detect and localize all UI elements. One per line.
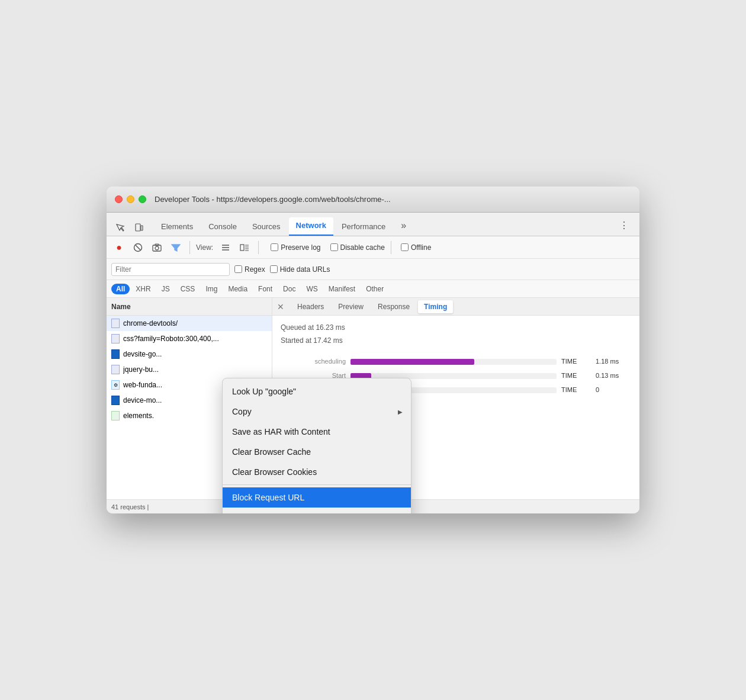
requests-count: 41 requests | — [111, 503, 149, 510]
row-name-5: device-mo... — [123, 396, 162, 404]
scheduling-track — [351, 359, 557, 365]
tab-icons — [112, 220, 147, 236]
type-filter-bar: AllXHRJSCSSImgMediaFontDocWSManifestOthe… — [107, 280, 639, 298]
type-filter-doc[interactable]: Doc — [278, 284, 300, 294]
type-filter-css[interactable]: CSS — [176, 284, 200, 294]
list-view-button[interactable] — [218, 240, 233, 255]
filter-icon[interactable] — [168, 240, 184, 255]
row-icon-0 — [111, 319, 120, 328]
hide-data-urls-checkbox[interactable] — [270, 265, 278, 273]
scheduling-value: 1.18 ms — [596, 356, 625, 368]
preserve-log-checkbox[interactable] — [271, 243, 278, 251]
type-filter-font[interactable]: Font — [253, 284, 277, 294]
record-button[interactable]: ● — [111, 240, 127, 255]
type-filter-other[interactable]: Other — [361, 284, 388, 294]
row-name-3: jquery-bu... — [123, 365, 159, 374]
timing-info: Queued at 16.23 ms Started at 17.42 ms — [281, 322, 631, 347]
tab-network[interactable]: Network — [289, 217, 333, 236]
type-filter-all[interactable]: All — [111, 284, 130, 294]
network-row-2[interactable]: devsite-go... — [107, 346, 272, 362]
ctx-separator-1 — [223, 484, 411, 485]
close-detail-button[interactable]: ✕ — [277, 302, 284, 312]
row-icon-2 — [111, 349, 120, 359]
group-view-button[interactable] — [237, 240, 252, 255]
tab-performance[interactable]: Performance — [335, 219, 393, 236]
type-filter-manifest[interactable]: Manifest — [324, 284, 360, 294]
inspect-icon[interactable] — [112, 220, 128, 236]
tab-elements[interactable]: Elements — [154, 219, 200, 236]
ctx-lookup[interactable]: Look Up "google" — [223, 381, 411, 402]
network-row-1[interactable]: css?family=Roboto:300,400,... — [107, 331, 272, 346]
detail-header: ✕ Headers Preview Response Timing — [272, 298, 639, 316]
divider-1 — [189, 241, 190, 254]
content-area: Name chrome-devtools/ css?family=Roboto:… — [107, 298, 639, 499]
queued-at: Queued at 16.23 ms — [281, 322, 631, 335]
tab-console[interactable]: Console — [201, 219, 244, 236]
traffic-lights — [115, 195, 146, 203]
controls-bar: ● View: — [107, 236, 639, 259]
stalled-time-label: TIME — [561, 370, 591, 382]
offline-label[interactable]: Offline — [401, 243, 431, 252]
context-menu: Look Up "google" Copy Save as HAR with C… — [222, 378, 411, 513]
disable-cache-checkbox[interactable] — [330, 243, 338, 251]
svg-rect-6 — [155, 244, 159, 246]
row-icon-4: ⚙ — [111, 380, 120, 390]
row-name-6: elements. — [123, 412, 154, 420]
ctx-block-url[interactable]: Block Request URL — [223, 487, 411, 508]
row-icon-6 — [111, 411, 120, 420]
ctx-clear-cache[interactable]: Clear Browser Cache — [223, 442, 411, 462]
row-icon-1 — [111, 334, 120, 343]
name-column-header: Name — [107, 298, 272, 316]
scheduling-fill — [351, 359, 474, 365]
divider-2 — [258, 241, 259, 254]
row-name-4: web-funda... — [123, 381, 162, 389]
minimize-button[interactable] — [127, 195, 134, 203]
row-name-2: devsite-go... — [123, 350, 162, 358]
regex-checkbox[interactable] — [234, 265, 242, 273]
svg-rect-10 — [240, 245, 244, 251]
tabs-bar: Elements Console Sources Network Perform… — [107, 213, 639, 236]
device-icon[interactable] — [131, 220, 147, 236]
detail-tab-timing[interactable]: Timing — [418, 300, 453, 313]
divider-3 — [391, 241, 391, 254]
started-at: Started at 17.42 ms — [281, 335, 631, 348]
type-filter-img[interactable]: Img — [201, 284, 222, 294]
response-time-label: TIME — [561, 384, 591, 396]
detail-tab-response[interactable]: Response — [372, 300, 416, 313]
ctx-copy-arrow[interactable]: Copy — [223, 402, 411, 422]
row-icon-5 — [111, 396, 120, 405]
disable-cache-label[interactable]: Disable cache — [330, 243, 385, 252]
preserve-log-label[interactable]: Preserve log — [271, 243, 320, 252]
filter-input[interactable] — [111, 263, 230, 276]
regex-label[interactable]: Regex — [234, 265, 265, 274]
maximize-button[interactable] — [139, 195, 146, 203]
scheduling-time-label: TIME — [561, 356, 591, 368]
more-tabs-button[interactable]: » — [396, 217, 411, 236]
clear-button[interactable] — [130, 240, 146, 255]
window-title: Developer Tools - https://developers.goo… — [155, 195, 631, 204]
svg-rect-0 — [136, 224, 140, 231]
scheduling-label: scheduling — [287, 356, 346, 368]
type-filter-ws[interactable]: WS — [301, 284, 322, 294]
ctx-save-har[interactable]: Save as HAR with Content — [223, 422, 411, 442]
tab-sources[interactable]: Sources — [245, 219, 288, 236]
type-filter-js[interactable]: JS — [157, 284, 175, 294]
row-icon-3 — [111, 365, 120, 374]
row-name-1: css?family=Roboto:300,400,... — [123, 335, 219, 343]
detail-tab-headers[interactable]: Headers — [291, 300, 330, 313]
network-row-3[interactable]: jquery-bu... — [107, 362, 272, 377]
ctx-block-domain[interactable]: Block Request Domain — [223, 508, 411, 513]
devtools-menu-button[interactable]: ⋮ — [615, 216, 634, 236]
network-row-0[interactable]: chrome-devtools/ — [107, 316, 272, 331]
close-button[interactable] — [115, 195, 123, 203]
camera-button[interactable] — [149, 240, 165, 255]
offline-checkbox[interactable] — [401, 243, 409, 251]
svg-rect-1 — [141, 226, 143, 230]
hide-data-urls-label[interactable]: Hide data URLs — [270, 265, 330, 274]
response-value: 0 — [596, 384, 625, 396]
type-filter-xhr[interactable]: XHR — [131, 284, 155, 294]
detail-tab-preview[interactable]: Preview — [332, 300, 369, 313]
ctx-clear-cookies[interactable]: Clear Browser Cookies — [223, 462, 411, 482]
stalled-value: 0.13 ms — [596, 370, 625, 382]
type-filter-media[interactable]: Media — [223, 284, 252, 294]
